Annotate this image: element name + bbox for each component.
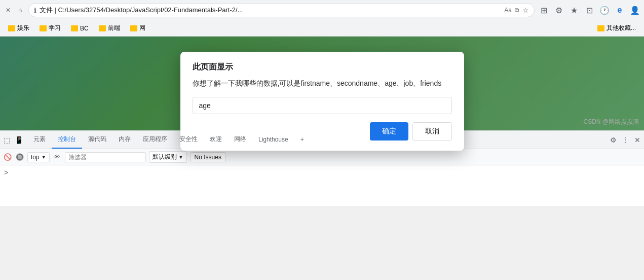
extensions-icon[interactable]: ⊞ [539, 5, 549, 15]
inspect-icon[interactable]: ⬚ [2, 135, 11, 145]
modal-title: 此页面显示 [193, 62, 452, 73]
console-level-selector[interactable]: 默认级别 ▼ [149, 151, 187, 163]
info-icon: ℹ [34, 7, 36, 14]
settings-icon[interactable]: ⚙ [554, 5, 564, 15]
home-button[interactable]: ⌂ [16, 6, 24, 14]
tab-console[interactable]: 控制台 [52, 131, 82, 149]
chevron-down-icon: ▼ [179, 155, 183, 160]
devtools-settings-toggle[interactable]: ⚙ [609, 135, 618, 145]
tab-network[interactable]: 网络 [228, 131, 252, 149]
bookmark-label: 前端 [108, 24, 120, 32]
tab-memory[interactable]: 内存 [112, 131, 137, 149]
bookmark-label: 娱乐 [17, 24, 29, 32]
folder-icon [99, 25, 106, 31]
folder-icon [71, 25, 78, 31]
cancel-button[interactable]: 取消 [412, 122, 452, 141]
bookmarks-bar: 娱乐 学习 BC 前端 网 其他收藏... [0, 20, 644, 37]
console-filter-input[interactable] [65, 152, 146, 162]
close-button[interactable]: ✕ [4, 6, 12, 14]
folder-icon [8, 25, 15, 31]
console-level-label: 默认级别 [153, 153, 177, 161]
no-issues-badge[interactable]: No Issues [190, 152, 226, 162]
window-controls: ✕ ⌂ [4, 6, 24, 14]
tab-welcome[interactable]: 欢迎 [204, 131, 228, 149]
modal-overlay: 此页面显示 你想了解一下我哪些的数据,可以是firstname、secondna… [0, 37, 644, 130]
console-context-label: top [31, 154, 40, 161]
bookmark-study[interactable]: 学习 [35, 23, 65, 33]
devtools-content: > [0, 165, 644, 206]
modal-message: 你想了解一下我哪些的数据,可以是firstname、secondname、age… [193, 78, 452, 89]
tab-security[interactable]: 安全性 [173, 131, 204, 149]
console-filter-toggle[interactable]: 🔘 [15, 153, 24, 162]
console-eye-icon[interactable]: 👁 [53, 153, 62, 162]
other-bookmarks-label: 其他收藏... [607, 24, 636, 32]
bookmark-label: 学习 [49, 24, 61, 32]
tab-sources[interactable]: 源代码 [82, 131, 112, 149]
bookmarks-right: 其他收藏... [593, 23, 640, 33]
other-bookmarks[interactable]: 其他收藏... [593, 23, 640, 33]
console-clear-button[interactable]: 🚫 [3, 153, 12, 162]
address-text: 文件 | C:/Users/32754/Desktop/JavaScript/0… [40, 6, 501, 15]
history-icon[interactable]: 🕐 [599, 5, 610, 15]
bookmark-bc[interactable]: BC [67, 24, 93, 33]
bookmark-label: BC [80, 25, 89, 32]
address-bar[interactable]: ℹ 文件 | C:/Users/32754/Desktop/JavaScript… [28, 3, 535, 17]
devtools-close-icon[interactable]: ✕ [633, 135, 642, 145]
bookmark-entertainment[interactable]: 娱乐 [4, 23, 33, 33]
page-wrapper: JavaScript – Part 2 此页面显示 你想了解一下我哪些的数据,可… [0, 37, 644, 130]
collection-icon[interactable]: ⊡ [584, 5, 594, 15]
device-icon[interactable]: 📱 [14, 135, 23, 145]
toolbar-icons: ⊞ ⚙ ★ ⊡ 🕐 e 👤 [539, 5, 640, 15]
bookmark-label: 网 [139, 24, 145, 32]
bookmark-icon[interactable]: ☆ [522, 6, 529, 14]
console-context-selector[interactable]: top ▼ [27, 152, 50, 162]
favorites-icon[interactable]: ★ [569, 5, 579, 15]
add-tab-button[interactable]: + [294, 131, 310, 149]
tab-lighthouse[interactable]: Lighthouse [252, 131, 294, 149]
read-mode-icon[interactable]: Aa [504, 7, 512, 14]
confirm-button[interactable]: 确定 [370, 122, 408, 141]
bookmark-frontend[interactable]: 前端 [95, 23, 124, 33]
devtools-more-icon[interactable]: ⋮ [621, 135, 630, 145]
devtools-right-controls: ⚙ ⋮ ✕ [609, 135, 642, 145]
tab-elements[interactable]: 元素 [27, 131, 52, 149]
profile-icon[interactable]: 👤 [630, 5, 640, 15]
modal-input[interactable] [193, 97, 452, 114]
bookmark-web[interactable]: 网 [126, 23, 149, 33]
devtools-tab-icons: ⬚ 📱 [2, 135, 23, 145]
tab-application[interactable]: 应用程序 [137, 131, 173, 149]
devtools-console-bar: 🚫 🔘 top ▼ 👁 默认级别 ▼ No Issues [0, 149, 644, 165]
edge-icon[interactable]: e [615, 5, 625, 15]
split-icon[interactable]: ⧉ [515, 7, 519, 14]
chevron-down-icon: ▼ [42, 155, 46, 160]
page-content: JavaScript – Part 2 此页面显示 你想了解一下我哪些的数据,可… [0, 37, 644, 130]
csdn-watermark: CSDN @网络点点滴 [583, 118, 639, 126]
title-bar: ✕ ⌂ ℹ 文件 | C:/Users/32754/Desktop/JavaSc… [0, 0, 644, 20]
folder-icon [597, 25, 604, 31]
folder-icon [130, 25, 137, 31]
folder-icon [40, 25, 47, 31]
console-prompt-icon: > [4, 168, 8, 177]
